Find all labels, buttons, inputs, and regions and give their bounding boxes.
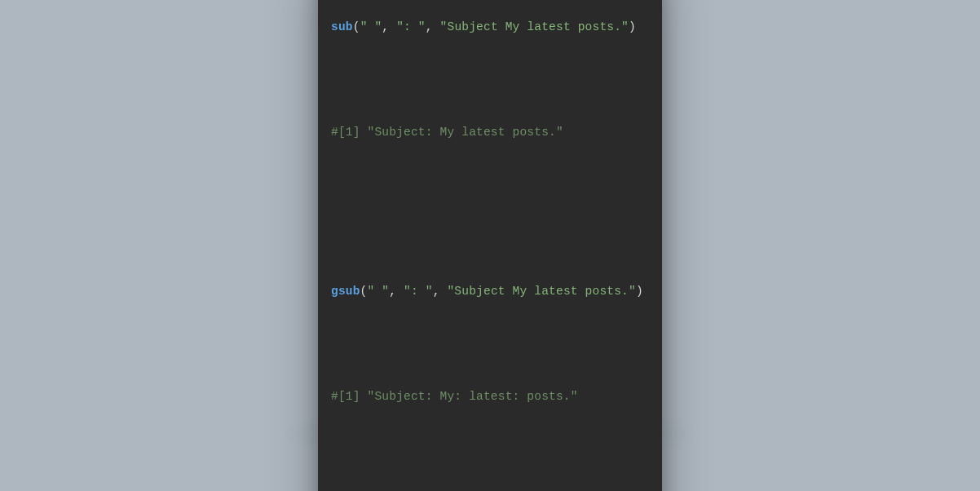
paren-open: ( bbox=[360, 285, 368, 298]
code-line-3: #[1] "Subject: My latest posts." bbox=[331, 124, 649, 142]
code-window: sub(" ", ": ", "Subject My latest posts.… bbox=[318, 0, 662, 491]
code-line-6: gsub(" ", ": ", "Subject My latest posts… bbox=[331, 283, 649, 301]
code-line-1: sub(" ", ": ", "Subject My latest posts.… bbox=[331, 19, 649, 37]
paren-open: ( bbox=[353, 20, 360, 33]
comma-token: , bbox=[382, 20, 396, 33]
string-token: " " bbox=[368, 285, 390, 298]
comment-token: #[1] "Subject: My latest posts." bbox=[331, 126, 563, 139]
blank-line bbox=[331, 72, 649, 89]
comma-token: , bbox=[433, 285, 448, 298]
blank-line bbox=[331, 178, 649, 195]
blank-line bbox=[331, 442, 649, 459]
string-token: "Subject My latest posts." bbox=[440, 20, 629, 33]
string-token: ": " bbox=[396, 20, 426, 33]
string-token: ": " bbox=[404, 285, 433, 298]
code-area: sub(" ", ": ", "Subject My latest posts.… bbox=[318, 0, 662, 491]
page-canvas: sub(" ", ": ", "Subject My latest posts.… bbox=[0, 0, 980, 491]
func-token: gsub bbox=[331, 285, 360, 298]
comma-token: , bbox=[389, 285, 404, 298]
paren-close: ) bbox=[636, 285, 643, 298]
blank-line bbox=[331, 230, 649, 247]
blank-line bbox=[331, 336, 649, 353]
comma-token: , bbox=[426, 20, 440, 33]
string-token: " " bbox=[360, 20, 382, 33]
code-line-8: #[1] "Subject: My: latest: posts." bbox=[331, 388, 649, 406]
string-token: "Subject My latest posts." bbox=[447, 285, 635, 298]
func-token: sub bbox=[331, 20, 353, 33]
comment-token: #[1] "Subject: My: latest: posts." bbox=[331, 390, 578, 403]
paren-close: ) bbox=[629, 20, 636, 33]
